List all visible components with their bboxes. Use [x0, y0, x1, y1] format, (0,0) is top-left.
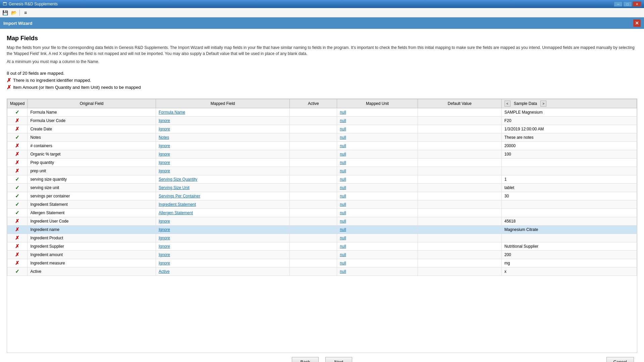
mapped-unit-cell[interactable]: null	[337, 234, 418, 242]
mapped-unit-link[interactable]: null	[340, 177, 346, 182]
mapped-field-link[interactable]: Serving Size Unit	[159, 185, 190, 190]
mapped-unit-cell[interactable]: null	[337, 142, 418, 150]
mapped-unit-cell[interactable]: null	[337, 159, 418, 167]
table-row: ✗Formula User CodeIgnorenullF20	[7, 117, 637, 125]
mapped-unit-link[interactable]: null	[340, 118, 346, 123]
mapped-field-link[interactable]: Formula Name	[159, 110, 185, 115]
mapped-field-link[interactable]: Allergen Statement	[159, 210, 193, 215]
dialog-close-button[interactable]: ✕	[633, 19, 641, 27]
col-mapped: Mapped	[7, 99, 28, 108]
mapped-unit-cell[interactable]: null	[337, 150, 418, 159]
mapped-field-cell[interactable]: Ignore	[156, 159, 290, 167]
mapped-field-cell[interactable]: Ignore	[156, 142, 290, 150]
mapped-unit-cell[interactable]: null	[337, 117, 418, 125]
mapped-field-cell[interactable]: Ignore	[156, 150, 290, 159]
mapped-field-cell[interactable]: Ignore	[156, 251, 290, 259]
mapped-unit-cell[interactable]: null	[337, 259, 418, 267]
mapped-field-cell[interactable]: Ignore	[156, 117, 290, 125]
mapped-unit-link[interactable]: null	[340, 143, 346, 148]
mapped-unit-link[interactable]: null	[340, 160, 346, 165]
mapped-unit-cell[interactable]: null	[337, 125, 418, 133]
toolbar-save-icon[interactable]: 💾	[1, 9, 9, 16]
mapped-unit-cell[interactable]: null	[337, 242, 418, 251]
window-close-button[interactable]: ✕	[633, 1, 641, 7]
mapped-field-link[interactable]: Serving Size Quantity	[159, 177, 197, 182]
default-value-cell	[418, 175, 502, 184]
mapped-field-link[interactable]: Ignore	[159, 252, 170, 257]
mapped-field-link[interactable]: Notes	[159, 135, 169, 140]
mapped-unit-cell[interactable]: null	[337, 267, 418, 276]
mapped-indicator: ✗	[7, 226, 28, 234]
mapped-field-cell[interactable]: Ignore	[156, 125, 290, 133]
mapped-unit-link[interactable]: null	[340, 135, 346, 140]
mapped-field-cell[interactable]: Ignore	[156, 167, 290, 175]
default-value-cell	[418, 251, 502, 259]
mapped-unit-link[interactable]: null	[340, 261, 346, 265]
mapped-unit-link[interactable]: null	[340, 252, 346, 257]
mapped-unit-link[interactable]: null	[340, 110, 346, 115]
mapped-unit-link[interactable]: null	[340, 185, 346, 190]
mapped-field-cell[interactable]: Ignore	[156, 234, 290, 242]
toolbar-menu-icon[interactable]: ≡	[22, 9, 29, 16]
mapped-unit-link[interactable]: null	[340, 219, 346, 224]
mapped-field-link[interactable]: Ignore	[159, 143, 170, 148]
sample-next-button[interactable]: >	[540, 101, 546, 107]
mapped-field-cell[interactable]: Ignore	[156, 242, 290, 251]
mapped-field-link[interactable]: Ignore	[159, 261, 170, 265]
back-button[interactable]: Back	[292, 357, 319, 362]
maximize-button[interactable]: □	[623, 1, 632, 7]
mapped-unit-cell[interactable]: null	[337, 209, 418, 217]
mapped-field-link[interactable]: Ingredient Statement	[159, 202, 196, 207]
mapped-field-link[interactable]: Ignore	[159, 152, 170, 157]
mapped-field-cell[interactable]: Serving Size Unit	[156, 184, 290, 192]
mapped-unit-cell[interactable]: null	[337, 226, 418, 234]
cancel-button[interactable]: Cancel	[606, 357, 634, 362]
mapped-unit-link[interactable]: null	[340, 202, 346, 207]
mapped-unit-link[interactable]: null	[340, 227, 346, 232]
mapped-field-link[interactable]: Servings Per Container	[159, 194, 200, 198]
sample-data-cell: 1/3/2019 12:00:00 AM	[501, 125, 637, 133]
mapped-unit-cell[interactable]: null	[337, 184, 418, 192]
mapped-unit-cell[interactable]: null	[337, 175, 418, 184]
mapped-field-link[interactable]: Ignore	[159, 227, 170, 232]
mapped-unit-cell[interactable]: null	[337, 167, 418, 175]
mapped-field-cell[interactable]: Ignore	[156, 226, 290, 234]
mapped-unit-link[interactable]: null	[340, 152, 346, 157]
mapped-field-cell[interactable]: Ignore	[156, 259, 290, 267]
mapped-unit-link[interactable]: null	[340, 210, 346, 215]
mapped-field-cell[interactable]: Serving Size Quantity	[156, 175, 290, 184]
mapped-field-link[interactable]: Ignore	[159, 160, 170, 165]
title-bar-controls[interactable]: ─ □ ✕	[614, 1, 641, 7]
mapped-field-cell[interactable]: Allergen Statement	[156, 209, 290, 217]
minimize-button[interactable]: ─	[614, 1, 623, 7]
mapped-field-link[interactable]: Ignore	[159, 127, 170, 131]
mapped-unit-link[interactable]: null	[340, 244, 346, 249]
next-button[interactable]: Next	[325, 357, 352, 362]
mapped-field-cell[interactable]: Formula Name	[156, 108, 290, 117]
mapped-field-cell[interactable]: Ignore	[156, 217, 290, 226]
mapped-unit-cell[interactable]: null	[337, 192, 418, 200]
mapped-unit-cell[interactable]: null	[337, 133, 418, 142]
toolbar-open-icon[interactable]: 📂	[10, 9, 17, 16]
mapped-unit-link[interactable]: null	[340, 127, 346, 131]
mapped-field-link[interactable]: Ignore	[159, 236, 170, 240]
mapped-field-cell[interactable]: Servings Per Container	[156, 192, 290, 200]
mapped-unit-link[interactable]: null	[340, 236, 346, 240]
active-cell	[290, 251, 337, 259]
mapped-field-link[interactable]: Ignore	[159, 244, 170, 249]
mapped-unit-link[interactable]: null	[340, 194, 346, 198]
sample-prev-button[interactable]: <	[504, 101, 511, 107]
mapped-field-link[interactable]: Active	[159, 269, 170, 274]
mapped-field-link[interactable]: Ignore	[159, 118, 170, 123]
mapped-field-cell[interactable]: Active	[156, 267, 290, 276]
mapped-unit-link[interactable]: null	[340, 269, 346, 274]
mapped-unit-cell[interactable]: null	[337, 108, 418, 117]
mapped-unit-cell[interactable]: null	[337, 200, 418, 209]
mapped-field-link[interactable]: Ignore	[159, 219, 170, 224]
mapped-unit-link[interactable]: null	[340, 169, 346, 173]
mapped-unit-cell[interactable]: null	[337, 251, 418, 259]
mapped-field-cell[interactable]: Notes	[156, 133, 290, 142]
mapped-unit-cell[interactable]: null	[337, 217, 418, 226]
mapped-field-link[interactable]: Ignore	[159, 169, 170, 173]
mapped-field-cell[interactable]: Ingredient Statement	[156, 200, 290, 209]
